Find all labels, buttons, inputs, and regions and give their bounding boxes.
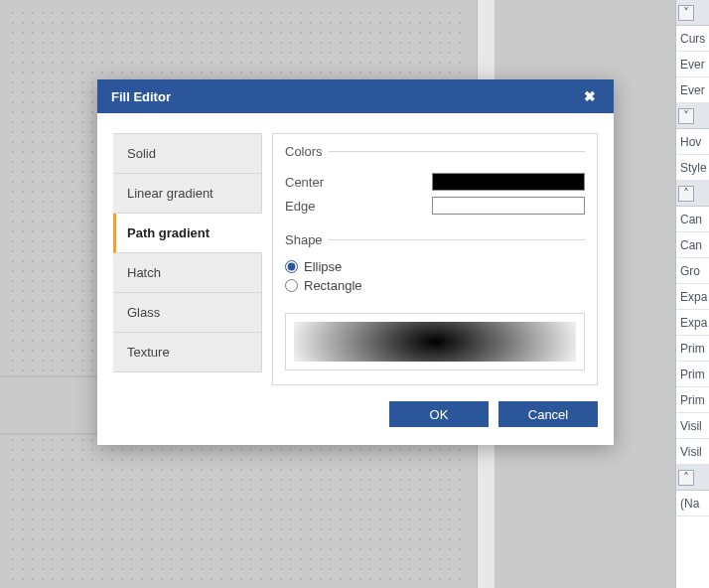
tab-linear-gradient[interactable]: Linear gradient xyxy=(113,174,262,214)
cancel-button[interactable]: Cancel xyxy=(498,401,598,427)
property-row[interactable]: Expa xyxy=(676,284,709,310)
edge-label: Edge xyxy=(285,199,424,214)
ok-button[interactable]: OK xyxy=(389,401,489,427)
fill-type-tabs: SolidLinear gradientPath gradientHatchGl… xyxy=(113,133,262,385)
edge-color-swatch[interactable] xyxy=(432,197,585,215)
center-color-row: Center xyxy=(285,173,585,191)
ellipse-radio[interactable] xyxy=(285,260,298,273)
gradient-preview xyxy=(294,322,576,362)
center-color-swatch[interactable] xyxy=(432,173,585,191)
property-row[interactable]: Style xyxy=(676,155,709,181)
property-group-header[interactable]: ˅ xyxy=(676,0,709,26)
tab-glass[interactable]: Glass xyxy=(113,293,262,333)
tab-path-gradient[interactable]: Path gradient xyxy=(113,214,262,253)
colors-group: Colors Center Edge xyxy=(285,144,585,220)
property-row[interactable]: Prim xyxy=(676,387,709,413)
property-row[interactable]: Prim xyxy=(676,362,709,387)
property-group-header[interactable]: ˄ xyxy=(676,181,709,207)
chevron-down-icon[interactable]: ˅ xyxy=(678,5,694,21)
shape-option-ellipse[interactable]: Ellipse xyxy=(285,259,585,274)
rectangle-label: Rectangle xyxy=(304,278,362,293)
property-row[interactable]: Visil xyxy=(676,439,709,465)
path-gradient-pane: Colors Center Edge Shape Ellipse xyxy=(272,133,598,385)
dialog-titlebar: Fill Editor ✖ xyxy=(97,79,614,113)
property-row[interactable]: Expa xyxy=(676,310,709,336)
tab-hatch[interactable]: Hatch xyxy=(113,253,262,293)
chevron-up-icon[interactable]: ˄ xyxy=(678,186,694,202)
property-row[interactable]: Ever xyxy=(676,52,709,77)
fill-editor-dialog: Fill Editor ✖ SolidLinear gradientPath g… xyxy=(97,79,614,445)
dialog-title: Fill Editor xyxy=(111,89,171,104)
rectangle-radio[interactable] xyxy=(285,279,298,292)
tab-texture[interactable]: Texture xyxy=(113,333,262,372)
property-group-header[interactable]: ˄ xyxy=(676,465,709,491)
properties-panel: ˅CursEverEver˅HovStyle˄CanCanGroExpaExpa… xyxy=(675,0,709,588)
chevron-up-icon[interactable]: ˄ xyxy=(678,470,694,486)
colors-legend: Colors xyxy=(285,144,329,159)
tab-solid[interactable]: Solid xyxy=(113,134,262,174)
chevron-down-icon[interactable]: ˅ xyxy=(678,108,694,124)
property-row[interactable]: (Na xyxy=(676,491,709,516)
property-row[interactable]: Ever xyxy=(676,77,709,103)
property-group-header[interactable]: ˅ xyxy=(676,103,709,129)
gradient-preview-box xyxy=(285,313,585,370)
property-row[interactable]: Visil xyxy=(676,413,709,439)
edge-color-row: Edge xyxy=(285,197,585,215)
property-row[interactable]: Gro xyxy=(676,258,709,284)
property-row[interactable]: Can xyxy=(676,207,709,232)
ellipse-label: Ellipse xyxy=(304,259,342,274)
property-row[interactable]: Can xyxy=(676,232,709,258)
shape-legend: Shape xyxy=(285,232,329,247)
dialog-body: SolidLinear gradientPath gradientHatchGl… xyxy=(97,113,614,401)
center-label: Center xyxy=(285,175,424,190)
shape-option-rectangle[interactable]: Rectangle xyxy=(285,278,585,293)
close-icon[interactable]: ✖ xyxy=(580,86,600,106)
property-row[interactable]: Prim xyxy=(676,336,709,362)
property-row[interactable]: Hov xyxy=(676,129,709,155)
property-row[interactable]: Curs xyxy=(676,26,709,52)
dialog-buttons: OK Cancel xyxy=(97,401,614,445)
shape-group: Shape Ellipse Rectangle xyxy=(285,232,585,297)
